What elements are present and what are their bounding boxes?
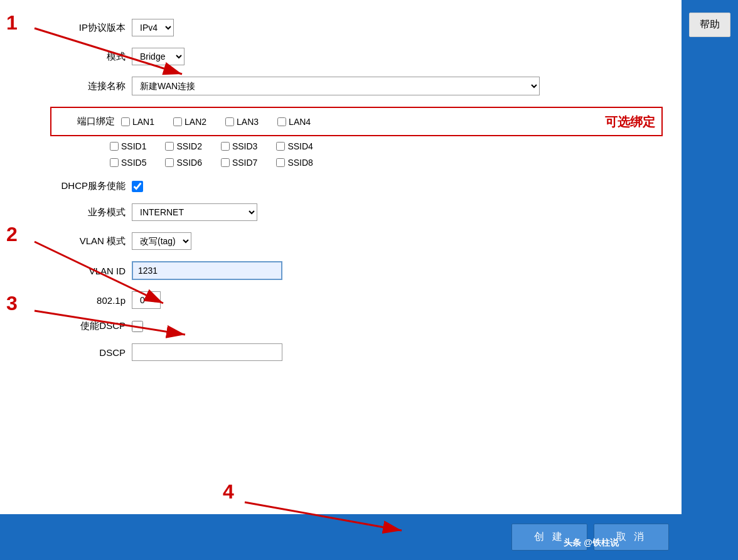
dot1p-row: 802.1p 0 1 2 3 4 5 6 7	[50, 291, 663, 309]
vlan-id-label: VLAN ID	[50, 266, 126, 276]
ssid5-checkbox[interactable]	[110, 158, 119, 167]
lan-checkbox-group: LAN1 LAN2 LAN3 LAN4	[121, 117, 311, 127]
ssid4-checkbox-item[interactable]: SSID4	[276, 141, 313, 151]
ssid-row-1: SSID1 SSID2 SSID3 SSID4	[110, 141, 663, 151]
dscp-row: DSCP	[50, 343, 663, 361]
dot1p-label: 802.1p	[50, 295, 126, 306]
ssid3-checkbox[interactable]	[221, 142, 230, 151]
dscp-label: DSCP	[50, 347, 126, 358]
service-mode-select[interactable]: INTERNET VOIP IPTV	[132, 203, 257, 221]
ssid2-checkbox[interactable]	[165, 142, 174, 151]
dscp-input[interactable]	[132, 343, 282, 361]
ssid1-checkbox[interactable]	[110, 142, 119, 151]
right-sidebar: 帮助	[682, 0, 738, 560]
connection-name-label: 连接名称	[50, 80, 126, 92]
vlan-mode-label: VLAN 模式	[50, 235, 126, 247]
ssid5-checkbox-item[interactable]: SSID5	[110, 158, 146, 168]
ip-version-select[interactable]: IPv4 IPv6	[132, 19, 174, 36]
dscp-enable-row: 使能DSCP	[50, 320, 663, 332]
ssid6-checkbox[interactable]	[165, 158, 174, 167]
optional-binding-label: 可选绑定	[605, 113, 655, 130]
lan4-checkbox[interactable]	[277, 117, 286, 126]
mode-row: 模式 Bridge Route PPPoE	[50, 48, 663, 65]
lan2-checkbox-item[interactable]: LAN2	[173, 117, 206, 127]
vlan-mode-row: VLAN 模式 改写(tag) 透传 不处理	[50, 232, 663, 250]
port-binding-label: 端口绑定	[62, 116, 115, 127]
dot1p-select[interactable]: 0 1 2 3 4 5 6 7	[132, 291, 161, 309]
ssid4-checkbox[interactable]	[276, 142, 285, 151]
ssid-group-2: SSID5 SSID6 SSID7 SSID8	[110, 158, 313, 168]
ip-version-label: IP协议版本	[50, 22, 126, 34]
annotation-1: 1	[6, 11, 18, 35]
vlan-id-row: VLAN ID	[50, 261, 663, 280]
mode-label: 模式	[50, 51, 126, 63]
ssid3-checkbox-item[interactable]: SSID3	[221, 141, 257, 151]
vlan-mode-select[interactable]: 改写(tag) 透传 不处理	[132, 232, 191, 250]
ssid1-checkbox-item[interactable]: SSID1	[110, 141, 146, 151]
vlan-id-input[interactable]	[132, 261, 282, 280]
dscp-enable-checkbox[interactable]	[132, 321, 143, 332]
ssid-group-1: SSID1 SSID2 SSID3 SSID4	[110, 141, 313, 151]
ssid-row-2: SSID5 SSID6 SSID7 SSID8	[110, 158, 663, 168]
annotation-3: 3	[6, 292, 18, 315]
ssid2-checkbox-item[interactable]: SSID2	[165, 141, 201, 151]
help-button[interactable]: 帮助	[689, 13, 730, 37]
lan3-checkbox-item[interactable]: LAN3	[225, 117, 259, 127]
ssid7-checkbox-item[interactable]: SSID7	[221, 158, 257, 168]
ssid7-checkbox[interactable]	[221, 158, 230, 167]
lan1-checkbox[interactable]	[121, 117, 130, 126]
dhcp-checkbox[interactable]	[132, 181, 143, 192]
service-mode-row: 业务模式 INTERNET VOIP IPTV	[50, 203, 663, 221]
annotation-4: 4	[223, 480, 234, 503]
lan4-checkbox-item[interactable]: LAN4	[277, 117, 311, 127]
watermark: 头条 @铁柱说	[564, 537, 619, 549]
connection-name-row: 连接名称 新建WAN连接	[50, 77, 663, 95]
main-content: 1 2 3 4 IP协议版本 IPv4 IPv6	[0, 0, 682, 560]
port-binding-box: 端口绑定 LAN1 LAN2 LAN3 LAN4 可选绑定	[50, 107, 663, 136]
lan1-checkbox-item[interactable]: LAN1	[121, 117, 154, 127]
lan2-checkbox[interactable]	[173, 117, 182, 126]
ssid8-checkbox[interactable]	[276, 158, 285, 167]
ssid6-checkbox-item[interactable]: SSID6	[165, 158, 201, 168]
ip-version-row: IP协议版本 IPv4 IPv6	[50, 19, 663, 36]
dhcp-row: DHCP服务使能	[50, 180, 663, 192]
service-mode-label: 业务模式	[50, 207, 126, 218]
form-section: IP协议版本 IPv4 IPv6 模式 Bridge Route PPPoE 连…	[50, 19, 663, 361]
mode-select[interactable]: Bridge Route PPPoE	[132, 48, 184, 65]
dscp-enable-label: 使能DSCP	[50, 320, 126, 332]
lan3-checkbox[interactable]	[225, 117, 234, 126]
dhcp-label: DHCP服务使能	[50, 180, 126, 192]
annotation-2: 2	[6, 223, 18, 246]
ssid8-checkbox-item[interactable]: SSID8	[276, 158, 313, 168]
connection-name-select[interactable]: 新建WAN连接	[132, 77, 540, 95]
